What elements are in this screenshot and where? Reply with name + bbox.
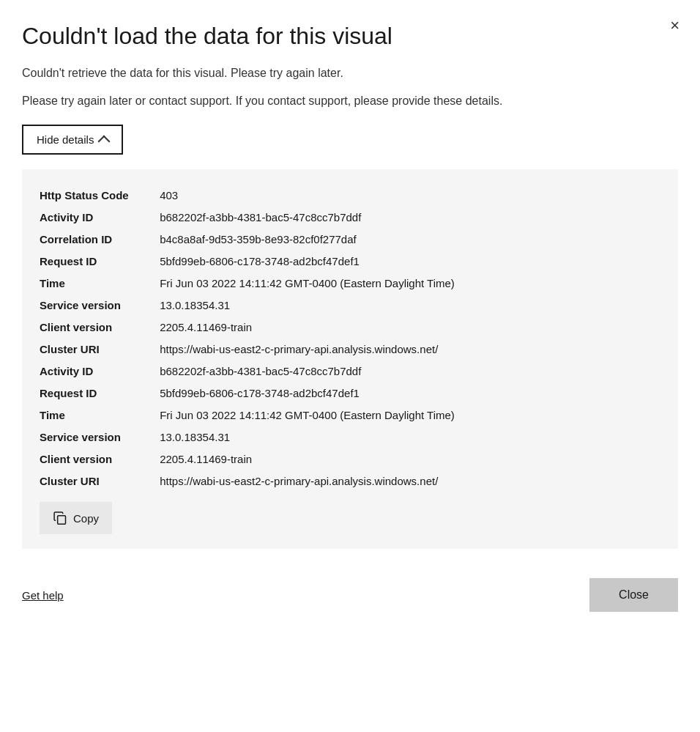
detail-label: Http Status Code [40, 187, 157, 204]
details-panel: Http Status Code 403Activity ID b682202f… [22, 169, 678, 549]
detail-value: 2205.4.11469-train [157, 451, 252, 468]
detail-value: b4c8a8af-9d53-359b-8e93-82cf0f277daf [157, 231, 357, 248]
detail-label: Cluster URI [40, 341, 157, 358]
detail-label: Client version [40, 319, 157, 336]
detail-label: Service version [40, 429, 157, 446]
dialog-subtitle: Couldn't retrieve the data for this visu… [22, 64, 678, 82]
close-footer-button[interactable]: Close [589, 578, 678, 612]
detail-row: Request ID 5bfd99eb-6806-c178-3748-ad2bc… [40, 385, 660, 402]
detail-label: Client version [40, 451, 157, 468]
detail-row: Request ID 5bfd99eb-6806-c178-3748-ad2bc… [40, 253, 660, 270]
detail-row: Http Status Code 403 [40, 187, 660, 204]
detail-row: Client version 2205.4.11469-train [40, 451, 660, 468]
detail-value: https://wabi-us-east2-c-primary-api.anal… [157, 473, 438, 490]
detail-row: Client version 2205.4.11469-train [40, 319, 660, 336]
copy-icon [53, 511, 67, 525]
detail-row: Time Fri Jun 03 2022 14:11:42 GMT-0400 (… [40, 407, 660, 424]
detail-value: Fri Jun 03 2022 14:11:42 GMT-0400 (Easte… [157, 275, 455, 292]
chevron-up-icon [98, 135, 111, 147]
detail-value: 2205.4.11469-train [157, 319, 252, 336]
detail-row: Cluster URI https://wabi-us-east2-c-prim… [40, 341, 660, 358]
detail-label: Time [40, 275, 157, 292]
dialog-title: Couldn't load the data for this visual [22, 22, 678, 50]
copy-button[interactable]: Copy [40, 502, 112, 534]
detail-row: Activity ID b682202f-a3bb-4381-bac5-47c8… [40, 363, 660, 380]
detail-row: Activity ID b682202f-a3bb-4381-bac5-47c8… [40, 209, 660, 226]
detail-value: 13.0.18354.31 [157, 297, 230, 314]
detail-value: 403 [157, 187, 178, 204]
detail-label: Time [40, 407, 157, 424]
error-dialog: × Couldn't load the data for this visual… [0, 0, 700, 732]
get-help-link[interactable]: Get help [22, 589, 64, 602]
detail-row: Service version 13.0.18354.31 [40, 429, 660, 446]
detail-row: Service version 13.0.18354.31 [40, 297, 660, 314]
copy-label: Copy [73, 512, 99, 525]
detail-value: b682202f-a3bb-4381-bac5-47c8cc7b7ddf [157, 363, 361, 380]
detail-value: 5bfd99eb-6806-c178-3748-ad2bcf47def1 [157, 385, 360, 402]
detail-label: Request ID [40, 253, 157, 270]
detail-label: Cluster URI [40, 473, 157, 490]
detail-value: b682202f-a3bb-4381-bac5-47c8cc7b7ddf [157, 209, 361, 226]
detail-label: Activity ID [40, 363, 157, 380]
detail-label: Service version [40, 297, 157, 314]
hide-details-button[interactable]: Hide details [22, 125, 123, 155]
detail-label: Activity ID [40, 209, 157, 226]
detail-label: Request ID [40, 385, 157, 402]
detail-row: Time Fri Jun 03 2022 14:11:42 GMT-0400 (… [40, 275, 660, 292]
detail-row: Cluster URI https://wabi-us-east2-c-prim… [40, 473, 660, 490]
hide-details-label: Hide details [37, 133, 94, 146]
detail-value: Fri Jun 03 2022 14:11:42 GMT-0400 (Easte… [157, 407, 455, 424]
detail-row: Correlation ID b4c8a8af-9d53-359b-8e93-8… [40, 231, 660, 248]
close-x-button[interactable]: × [664, 15, 685, 37]
detail-value: 5bfd99eb-6806-c178-3748-ad2bcf47def1 [157, 253, 360, 270]
detail-value: https://wabi-us-east2-c-primary-api.anal… [157, 341, 438, 358]
detail-value: 13.0.18354.31 [157, 429, 230, 446]
detail-label: Correlation ID [40, 231, 157, 248]
svg-rect-0 [58, 516, 66, 525]
dialog-footer: Get help Close [22, 571, 678, 612]
dialog-instruction: Please try again later or contact suppor… [22, 92, 678, 110]
